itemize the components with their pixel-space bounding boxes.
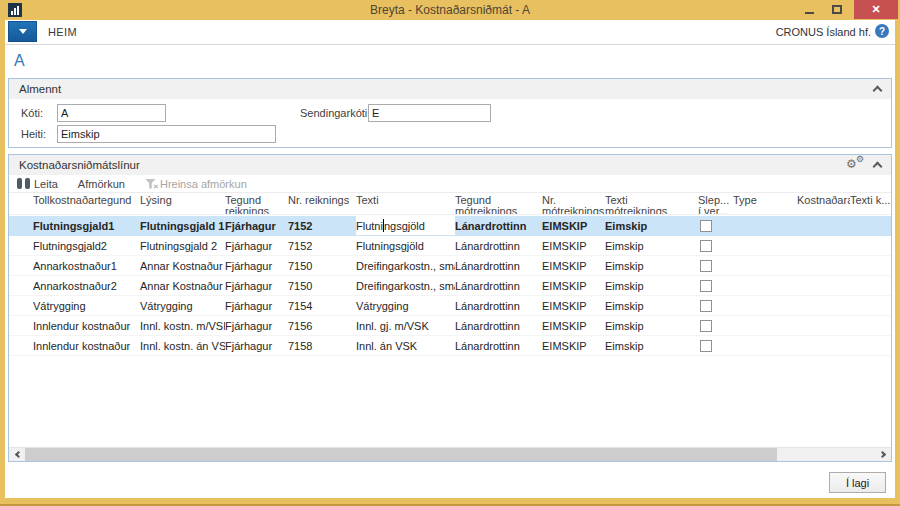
cell[interactable]: [850, 276, 891, 295]
sendingarkoti-field[interactable]: [368, 104, 491, 122]
cell[interactable]: [797, 296, 850, 315]
cell[interactable]: Fjárhagur: [225, 296, 288, 315]
horizontal-scrollbar[interactable]: [9, 447, 891, 461]
cell[interactable]: [733, 336, 797, 355]
skip-checkbox[interactable]: [700, 240, 712, 252]
close-button[interactable]: ✕: [854, 0, 898, 19]
cell[interactable]: Eimskip: [605, 216, 698, 235]
minimize-button[interactable]: [796, 0, 822, 19]
cell[interactable]: [733, 316, 797, 335]
cell[interactable]: Eimskip: [605, 276, 698, 295]
cell[interactable]: Lánardrottinn: [455, 336, 542, 355]
cell[interactable]: [850, 236, 891, 255]
cell[interactable]: Innl. kostn. m/VSK: [140, 316, 225, 335]
cell[interactable]: 7152: [288, 216, 356, 235]
cell[interactable]: Vátrygging: [140, 296, 225, 315]
scrollbar-thumb[interactable]: [25, 448, 777, 461]
cell[interactable]: EIMSKIP: [542, 216, 605, 235]
cell[interactable]: EIMSKIP: [542, 296, 605, 315]
cell[interactable]: Fjárhagur: [225, 316, 288, 335]
row-selector[interactable]: [9, 296, 33, 315]
column-header-8[interactable]: Texti mótreiknings: [605, 193, 698, 214]
cell[interactable]: [733, 276, 797, 295]
ok-button[interactable]: Í lagi: [829, 472, 886, 493]
cell[interactable]: Annarkostnaður1: [33, 256, 140, 275]
cell[interactable]: 7152: [288, 236, 356, 255]
skip-checkbox[interactable]: [700, 220, 712, 232]
cell[interactable]: EIMSKIP: [542, 316, 605, 335]
cell[interactable]: [797, 276, 850, 295]
column-header-1[interactable]: Tollkostnaðartegund: [33, 193, 140, 214]
filter-button[interactable]: Afmörkun: [78, 178, 125, 190]
table-row[interactable]: VátryggingVátryggingFjárhagur7154Vátrygg…: [9, 296, 891, 316]
cell[interactable]: [797, 336, 850, 355]
cell[interactable]: EIMSKIP: [542, 336, 605, 355]
tab-heim[interactable]: HEIM: [48, 26, 77, 38]
cell[interactable]: Innl. án VSK: [356, 336, 455, 355]
cell[interactable]: Fjárhagur: [225, 236, 288, 255]
cell[interactable]: [850, 336, 891, 355]
cell[interactable]: Dreifingarkostn., smás...: [356, 276, 455, 295]
maximize-button[interactable]: [824, 0, 850, 19]
cell[interactable]: Eimskip: [605, 236, 698, 255]
table-row[interactable]: Annarkostnaður1Annar Kostnaður 1Fjárhagu…: [9, 256, 891, 276]
cell[interactable]: EIMSKIP: [542, 236, 605, 255]
lines-fasttab-header[interactable]: Kostnaðarsniðmátslínur: [9, 155, 891, 175]
column-header-5[interactable]: Texti: [356, 193, 455, 214]
column-header-3[interactable]: Tegund reiknings: [225, 193, 288, 214]
cell[interactable]: Innl. kostn. án VSK: [140, 336, 225, 355]
cell[interactable]: 7154: [288, 296, 356, 315]
gears-icon[interactable]: [846, 158, 864, 172]
koti-field[interactable]: [57, 104, 166, 122]
skip-checkbox[interactable]: [700, 300, 712, 312]
cell[interactable]: Innlendur kostnaður: [33, 336, 140, 355]
cell[interactable]: Lánardrottinn: [455, 316, 542, 335]
cell[interactable]: Fjárhagur: [225, 256, 288, 275]
app-menu-button[interactable]: [8, 21, 37, 42]
column-header-10[interactable]: Type: [733, 193, 797, 214]
row-selector[interactable]: [9, 236, 33, 255]
cell[interactable]: Lánardrottinn: [455, 216, 542, 235]
cell[interactable]: Flutningsgjald1: [33, 216, 140, 235]
table-row[interactable]: Innlendur kostnaðurInnl. kostn. m/VSKFjá…: [9, 316, 891, 336]
heiti-field[interactable]: [57, 125, 276, 143]
row-selector[interactable]: [9, 256, 33, 275]
row-selector[interactable]: [9, 276, 33, 295]
cell[interactable]: Flutningsgjald 1: [140, 216, 225, 235]
cell[interactable]: [797, 256, 850, 275]
row-selector[interactable]: [9, 216, 33, 235]
chevron-up-icon[interactable]: [873, 86, 883, 96]
cell[interactable]: Eimskip: [605, 296, 698, 315]
cell[interactable]: [797, 216, 850, 235]
cell[interactable]: Vátrygging: [33, 296, 140, 315]
cell[interactable]: 7158: [288, 336, 356, 355]
cell[interactable]: Flutningsgjöld: [356, 236, 455, 255]
cell[interactable]: Eimskip: [605, 256, 698, 275]
column-header-4[interactable]: Nr. reiknings: [288, 193, 356, 214]
cell[interactable]: Vátrygging: [356, 296, 455, 315]
cell[interactable]: Lánardrottinn: [455, 276, 542, 295]
cell[interactable]: [850, 256, 891, 275]
table-row[interactable]: Flutningsgjald2Flutningsgjald 2Fjárhagur…: [9, 236, 891, 256]
skip-checkbox[interactable]: [700, 320, 712, 332]
cell[interactable]: EIMSKIP: [542, 256, 605, 275]
help-icon[interactable]: ?: [875, 24, 889, 38]
skip-checkbox[interactable]: [700, 340, 712, 352]
cell[interactable]: Annarkostnaður2: [33, 276, 140, 295]
row-selector[interactable]: [9, 336, 33, 355]
skip-checkbox[interactable]: [700, 280, 712, 292]
cell[interactable]: Annar Kostnaður 2: [140, 276, 225, 295]
row-selector[interactable]: [9, 316, 33, 335]
cell[interactable]: Dreifingarkostn., smás...: [356, 256, 455, 275]
cell[interactable]: Fjárhagur: [225, 216, 288, 235]
scroll-left-button[interactable]: [9, 448, 25, 461]
clear-filter-button[interactable]: Hreinsa afmörkun: [145, 178, 247, 190]
column-header-11[interactable]: Kostnaðara...: [797, 193, 850, 214]
scroll-right-button[interactable]: [875, 448, 891, 461]
column-header-7[interactable]: Nr. mótreiknings: [542, 193, 605, 214]
cell[interactable]: 7150: [288, 256, 356, 275]
chevron-up-icon[interactable]: [873, 162, 883, 172]
cell[interactable]: Innl. gj. m/VSK: [356, 316, 455, 335]
skip-checkbox[interactable]: [700, 260, 712, 272]
cell-editing[interactable]: Flutningsgjöld: [356, 216, 455, 235]
